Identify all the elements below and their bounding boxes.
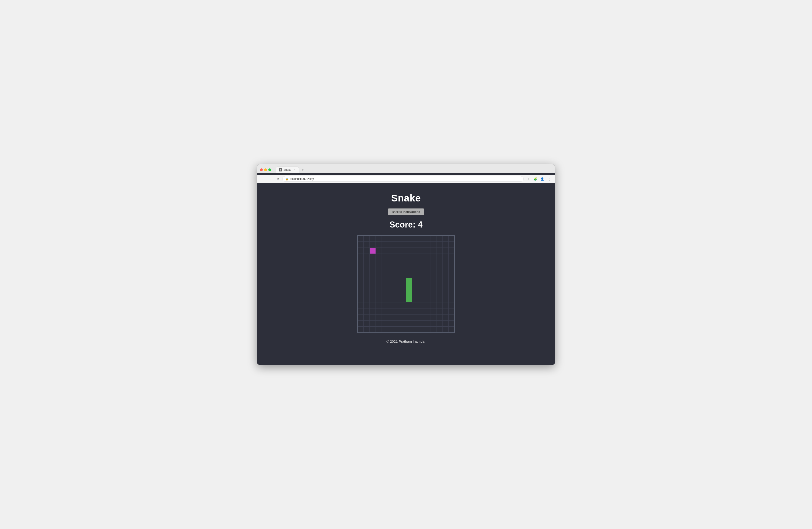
grid-cell xyxy=(406,326,412,332)
browser-toolbar: ← → ↻ 🔒 localhost:3001/play ☆ 🧩 👤 ⋮ xyxy=(257,175,555,183)
grid-cell xyxy=(430,296,436,302)
grid-cell xyxy=(382,254,388,260)
tab-close-button[interactable]: × xyxy=(293,168,296,171)
grid-cell xyxy=(394,260,400,266)
refresh-button[interactable]: ↻ xyxy=(275,176,280,182)
grid-cell xyxy=(358,254,364,260)
tab-bar: S Snake × + xyxy=(276,167,306,173)
grid-cell xyxy=(406,284,412,290)
grid-cell xyxy=(436,296,442,302)
grid-cell xyxy=(412,260,418,266)
grid-cell xyxy=(358,320,364,326)
grid-cell xyxy=(448,278,454,284)
grid-cell xyxy=(400,235,406,242)
grid-cell xyxy=(436,260,442,266)
grid-cell xyxy=(394,235,400,242)
menu-button[interactable]: ⋮ xyxy=(547,176,552,182)
grid-cell xyxy=(406,302,412,308)
bookmark-button[interactable]: ☆ xyxy=(525,176,531,182)
grid-cell xyxy=(370,266,376,272)
grid-cell xyxy=(382,314,388,320)
grid-cell xyxy=(358,278,364,284)
grid-cell xyxy=(424,266,430,272)
grid-cell xyxy=(430,266,436,272)
grid-cell xyxy=(382,302,388,308)
maximize-button[interactable] xyxy=(269,168,271,171)
back-button-bold-text: Instructions xyxy=(403,210,420,214)
grid-cell xyxy=(370,242,376,248)
grid-cell xyxy=(406,272,412,278)
grid-cell xyxy=(370,284,376,290)
back-nav-button[interactable]: ← xyxy=(260,176,265,182)
grid-cell xyxy=(394,248,400,254)
close-button[interactable] xyxy=(260,168,263,171)
grid-cell xyxy=(394,320,400,326)
grid-cell xyxy=(370,260,376,266)
grid-cell xyxy=(436,284,442,290)
grid-cell xyxy=(442,254,448,260)
grid-cell xyxy=(406,296,412,302)
account-icon: 👤 xyxy=(540,177,544,181)
grid-cell xyxy=(430,284,436,290)
grid-cell xyxy=(418,314,424,320)
minimize-button[interactable] xyxy=(264,168,267,171)
grid-cell xyxy=(400,326,406,332)
grid-cell xyxy=(394,302,400,308)
grid-cell xyxy=(376,308,382,314)
tab-favicon: S xyxy=(279,168,282,171)
grid-cell xyxy=(418,326,424,332)
grid-cell xyxy=(430,320,436,326)
grid-cell xyxy=(370,248,376,254)
grid-cell xyxy=(358,248,364,254)
grid-cell xyxy=(358,260,364,266)
back-to-instructions-button[interactable]: Back to Instructions xyxy=(388,209,424,215)
game-canvas[interactable] xyxy=(357,235,455,333)
grid-cell xyxy=(436,326,442,332)
grid-cell xyxy=(406,260,412,266)
new-tab-button[interactable]: + xyxy=(300,167,306,173)
tab-label: Snake xyxy=(284,168,291,171)
grid-cell xyxy=(442,296,448,302)
extensions-button[interactable]: 🧩 xyxy=(533,176,538,182)
grid-cell xyxy=(364,272,370,278)
grid-cell xyxy=(364,326,370,332)
grid-cell xyxy=(364,278,370,284)
grid-cell xyxy=(400,308,406,314)
grid-cell xyxy=(382,266,388,272)
grid-cell xyxy=(424,242,430,248)
active-tab[interactable]: S Snake × xyxy=(276,167,299,173)
forward-nav-button[interactable]: → xyxy=(267,176,273,182)
grid-cell xyxy=(418,272,424,278)
grid-cell xyxy=(394,284,400,290)
address-bar[interactable]: 🔒 localhost:3001/play xyxy=(282,176,524,182)
grid-cell xyxy=(382,260,388,266)
browser-chrome: S Snake × + xyxy=(257,164,555,173)
grid-cell xyxy=(430,314,436,320)
grid-cell xyxy=(430,260,436,266)
grid-cell xyxy=(418,302,424,308)
browser-window: S Snake × + ← → ↻ 🔒 localhost:3001/play … xyxy=(257,164,555,365)
grid-cell xyxy=(364,266,370,272)
grid-cell xyxy=(364,242,370,248)
grid-cell xyxy=(382,242,388,248)
grid-cell xyxy=(412,302,418,308)
grid-cell xyxy=(364,290,370,296)
account-button[interactable]: 👤 xyxy=(539,176,545,182)
grid-cell xyxy=(424,278,430,284)
grid-cell xyxy=(430,272,436,278)
grid-cell xyxy=(424,302,430,308)
grid-cell xyxy=(370,235,376,242)
grid-cell xyxy=(364,235,370,242)
grid-cell xyxy=(394,326,400,332)
grid-cell xyxy=(424,308,430,314)
grid-cell xyxy=(382,326,388,332)
grid-cell xyxy=(442,320,448,326)
grid-cell xyxy=(442,235,448,242)
grid-cell xyxy=(418,308,424,314)
back-button-pre-text: Back to xyxy=(392,210,403,214)
grid-cell xyxy=(442,302,448,308)
grid-cell xyxy=(394,278,400,284)
menu-icon: ⋮ xyxy=(548,177,551,181)
grid-cell xyxy=(412,235,418,242)
grid-cell xyxy=(394,242,400,248)
